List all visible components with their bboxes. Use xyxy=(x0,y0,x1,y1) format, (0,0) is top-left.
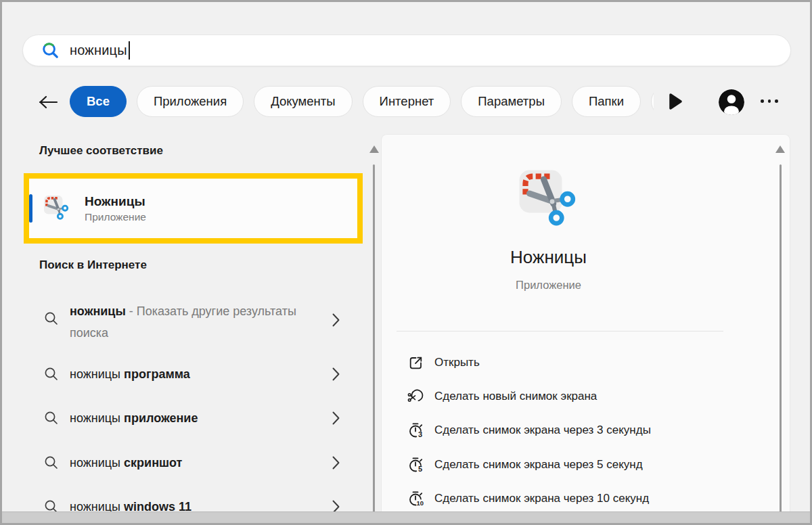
filter-pills: Все Приложения Документы Интернет Параме… xyxy=(70,86,654,118)
action-open[interactable]: Открыть xyxy=(407,352,719,373)
best-match-header: Лучшее соответствие xyxy=(39,144,163,158)
new-snip-icon xyxy=(407,388,426,405)
right-scrollbar[interactable] xyxy=(780,164,782,513)
expand-filters-button[interactable] xyxy=(668,93,683,110)
suggestion-item[interactable]: ножницыприложение xyxy=(44,409,340,428)
filter-tab-folders[interactable]: Папки xyxy=(572,86,641,117)
search-input[interactable]: ножницы xyxy=(22,35,791,66)
timer-10-icon: 10 xyxy=(407,490,426,507)
svg-text:5: 5 xyxy=(418,465,422,473)
action-new-snip[interactable]: Сделать новый снимок экрана xyxy=(407,386,719,407)
suggestion-item[interactable]: ножницыскриншот xyxy=(44,453,340,472)
filter-tab-apps[interactable]: Приложения xyxy=(137,86,244,117)
snipping-tool-icon xyxy=(43,194,71,223)
selection-indicator xyxy=(29,194,32,223)
filter-tab-all[interactable]: Все xyxy=(70,86,127,117)
search-icon xyxy=(44,311,59,326)
best-match-app-name: Ножницы xyxy=(85,193,146,210)
search-icon xyxy=(44,367,59,382)
preview-app-name: Ножницы xyxy=(382,247,715,268)
text-caret xyxy=(129,41,130,60)
chevron-right-icon[interactable] xyxy=(332,367,340,382)
action-label: Сделать снимок экрана через 10 секунд xyxy=(434,492,649,505)
preview-app-type: Приложение xyxy=(382,279,715,292)
action-label: Сделать снимок экрана через 5 секунд xyxy=(434,458,643,472)
scroll-up-arrow[interactable] xyxy=(775,145,785,153)
results-panel: Лучшее соответствие xyxy=(22,134,374,515)
search-icon xyxy=(44,455,59,470)
more-options-icon[interactable] xyxy=(761,99,778,103)
divider xyxy=(397,331,723,332)
filter-tab-photos-clipped[interactable]: Ф xyxy=(651,86,654,117)
snipping-tool-icon-large xyxy=(516,167,581,232)
search-query-text: ножницы xyxy=(70,43,127,58)
suggestion-show-more[interactable]: ножницы- Показать другие результаты поис… xyxy=(44,295,340,346)
chevron-right-icon[interactable] xyxy=(332,411,340,426)
window-bottom-edge xyxy=(2,511,810,523)
timer-3-icon: 3 xyxy=(407,421,426,439)
back-button[interactable] xyxy=(37,95,60,110)
filter-tab-settings[interactable]: Параметры xyxy=(461,86,562,117)
best-match-result[interactable]: Ножницы Приложение xyxy=(24,173,363,244)
search-icon xyxy=(44,411,59,426)
suggestion-label: ножницыскриншот xyxy=(70,456,332,470)
action-snip-delay-10[interactable]: 10 Сделать снимок экрана через 10 секунд xyxy=(407,488,719,509)
svg-text:10: 10 xyxy=(417,499,424,507)
action-label: Открыть xyxy=(434,356,480,369)
svg-text:3: 3 xyxy=(418,430,422,438)
filter-tab-documents[interactable]: Документы xyxy=(254,86,352,117)
search-icon xyxy=(41,41,60,60)
open-icon xyxy=(407,355,426,371)
suggestion-label: ножницы- Показать другие результаты поис… xyxy=(70,300,332,344)
timer-5-icon: 5 xyxy=(407,456,426,474)
windows-search-window: ножницы Все Приложения Документы Интерне… xyxy=(0,0,812,525)
suggestion-label: ножницыприложение xyxy=(70,411,332,426)
best-match-app-type: Приложение xyxy=(85,210,146,225)
web-search-header: Поиск в Интернете xyxy=(39,258,147,272)
action-label: Сделать новый снимок экрана xyxy=(434,390,597,403)
action-snip-delay-3[interactable]: 3 Сделать снимок экрана через 3 секунды xyxy=(407,420,719,440)
suggestion-label: ножницыпрограмма xyxy=(70,367,332,382)
left-scrollbar[interactable] xyxy=(373,164,375,515)
suggestion-item[interactable]: ножницыпрограмма xyxy=(44,365,340,384)
filter-tab-web[interactable]: Интернет xyxy=(363,86,451,117)
chevron-right-icon[interactable] xyxy=(332,313,340,327)
action-label: Сделать снимок экрана через 3 секунды xyxy=(434,424,651,437)
action-snip-delay-5[interactable]: 5 Сделать снимок экрана через 5 секунд xyxy=(407,455,719,475)
user-avatar[interactable] xyxy=(719,89,744,115)
filter-row: Все Приложения Документы Интернет Параме… xyxy=(2,86,810,118)
scroll-up-arrow[interactable] xyxy=(369,145,379,153)
chevron-right-icon[interactable] xyxy=(332,455,340,470)
preview-panel: Ножницы Приложение Открыть xyxy=(381,134,790,515)
